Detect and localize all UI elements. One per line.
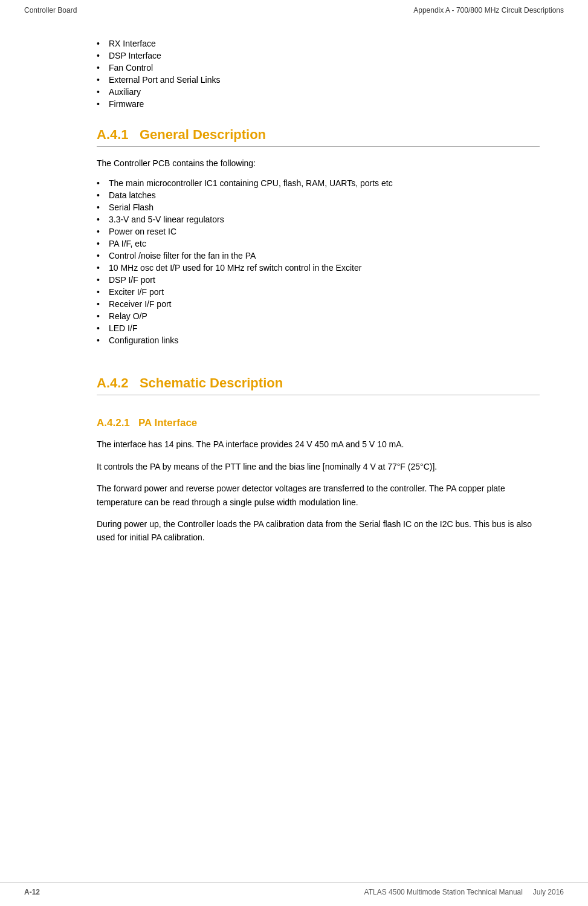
a41-list-item: The main microcontroller IC1 containing … bbox=[97, 178, 540, 188]
footer-right-date: July 2016 bbox=[533, 888, 564, 896]
a41-list-item: LED I/F bbox=[97, 323, 540, 333]
a41-list-item: Serial Flash bbox=[97, 202, 540, 212]
a421-paragraph: It controls the PA by means of the PTT l… bbox=[97, 460, 540, 473]
section-a421-heading: A.4.2.1 PA Interface bbox=[97, 417, 540, 429]
header-right: Appendix A - 700/800 MHz Circuit Descrip… bbox=[413, 6, 564, 15]
section-a42-title: Schematic Description bbox=[140, 375, 283, 390]
intro-bullet-list: RX InterfaceDSP InterfaceFan ControlExte… bbox=[97, 39, 540, 109]
a41-list-item: Data latches bbox=[97, 190, 540, 200]
section-a41-divider bbox=[97, 146, 540, 147]
section-a421-title: PA Interface bbox=[138, 417, 197, 429]
bullet-item: DSP Interface bbox=[97, 51, 540, 60]
section-a41-title: General Description bbox=[140, 127, 266, 142]
a41-list-item: Receiver I/F port bbox=[97, 299, 540, 309]
footer-right-text: ATLAS 4500 Multimode Station Technical M… bbox=[364, 888, 523, 896]
section-a42-heading: A.4.2 Schematic Description bbox=[97, 375, 540, 391]
bullet-item: RX Interface bbox=[97, 39, 540, 48]
bullet-item: External Port and Serial Links bbox=[97, 75, 540, 85]
bullet-item: Firmware bbox=[97, 99, 540, 109]
a41-list-item: 3.3-V and 5-V linear regulators bbox=[97, 215, 540, 224]
a421-paragraph: During power up, the Controller loads th… bbox=[97, 517, 540, 545]
a41-list-item: PA I/F, etc bbox=[97, 239, 540, 248]
footer-left: A-12 bbox=[24, 888, 40, 896]
page-header: Controller Board Appendix A - 700/800 MH… bbox=[0, 0, 588, 21]
page-footer: A-12 ATLAS 4500 Multimode Station Techni… bbox=[0, 882, 588, 896]
section-a41-heading: A.4.1 General Description bbox=[97, 127, 540, 143]
footer-right: ATLAS 4500 Multimode Station Technical M… bbox=[364, 888, 564, 896]
a421-paragraph: The interface has 14 pins. The PA interf… bbox=[97, 438, 540, 451]
section-a42-number: A.4.2 bbox=[97, 375, 129, 390]
page-content: RX InterfaceDSP InterfaceFan ControlExte… bbox=[0, 21, 588, 589]
a41-list-item: Control /noise filter for the fan in the… bbox=[97, 251, 540, 260]
header-left: Controller Board bbox=[24, 6, 77, 15]
section-a421-paragraphs: The interface has 14 pins. The PA interf… bbox=[97, 438, 540, 544]
a41-list-item: Configuration links bbox=[97, 335, 540, 345]
section-a421-number: A.4.2.1 bbox=[97, 417, 130, 429]
a41-list-item: DSP I/F port bbox=[97, 275, 540, 285]
bullet-item: Auxiliary bbox=[97, 87, 540, 97]
section-a41-number: A.4.1 bbox=[97, 127, 129, 142]
a41-list-item: Power on reset IC bbox=[97, 227, 540, 236]
a41-list-item: Exciter I/F port bbox=[97, 287, 540, 297]
a421-paragraph: The forward power and reverse power dete… bbox=[97, 482, 540, 509]
section-a41-intro: The Controller PCB contains the followin… bbox=[97, 157, 540, 170]
section-a42-divider bbox=[97, 395, 540, 395]
a41-list-item: 10 MHz osc det I/P used for 10 MHz ref s… bbox=[97, 263, 540, 273]
a41-list-item: Relay O/P bbox=[97, 311, 540, 321]
section-a41-list: The main microcontroller IC1 containing … bbox=[97, 178, 540, 345]
bullet-item: Fan Control bbox=[97, 63, 540, 73]
